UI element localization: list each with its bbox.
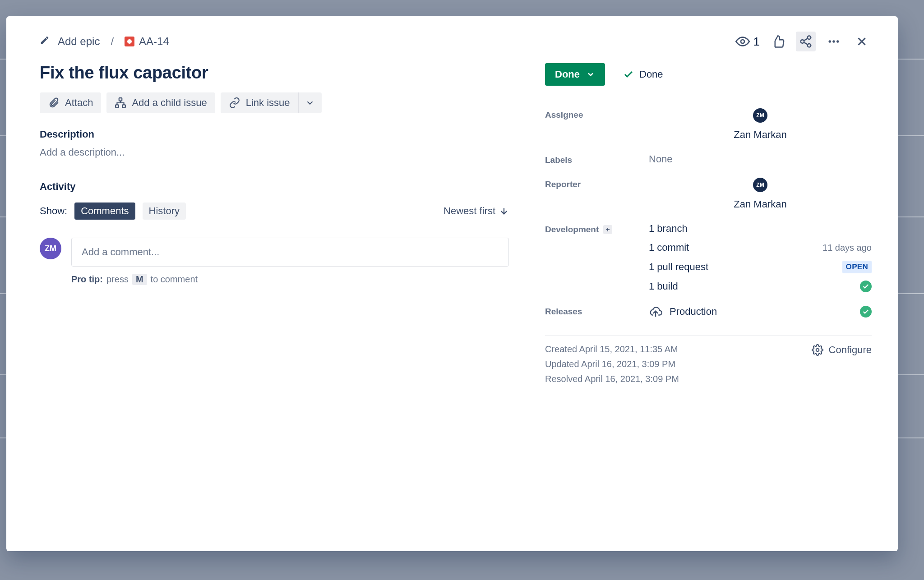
share-button[interactable] (796, 32, 816, 51)
status-value: Done (555, 69, 580, 80)
dev-branch-text: 1 branch (649, 223, 688, 235)
dev-commit-row[interactable]: 1 commit 11 days ago (649, 242, 872, 253)
releases-label: Releases (545, 305, 649, 317)
configure-label: Configure (829, 344, 872, 356)
labels-value: None (649, 153, 872, 165)
link-icon (229, 97, 240, 109)
activity-show-label: Show: (40, 205, 67, 217)
svg-point-4 (829, 40, 832, 43)
chevron-down-icon (305, 98, 315, 108)
activity-sort-button[interactable]: Newest first (444, 205, 509, 217)
breadcrumb-separator: / (108, 35, 116, 48)
attach-label: Attach (65, 97, 93, 109)
dev-commit-time: 11 days ago (822, 243, 872, 253)
reporter-avatar: ZM (753, 178, 767, 192)
breadcrumb-bar: Add epic / AA-14 1 (6, 16, 898, 51)
issue-meta-dates: Created April 15, 2021, 11:35 AM Updated… (545, 344, 679, 384)
reporter-label: Reporter (545, 178, 649, 189)
build-success-icon (860, 281, 872, 292)
check-icon (862, 308, 869, 315)
gear-icon (812, 344, 823, 356)
protip-key: M (132, 274, 147, 285)
svg-rect-9 (123, 105, 126, 108)
check-icon (862, 283, 869, 290)
link-issue-button[interactable]: Link issue (221, 92, 298, 113)
pencil-icon (40, 35, 50, 48)
reporter-field[interactable]: Reporter ZM Zan Markan (545, 171, 872, 216)
issue-key-link[interactable]: AA-14 (125, 35, 169, 48)
comment-input[interactable]: Add a comment... (71, 238, 509, 267)
comment-protip: Pro tip: press M to comment (71, 274, 509, 285)
release-value: Production (670, 306, 717, 318)
add-child-issue-button[interactable]: Add a child issue (106, 92, 215, 113)
development-add-button[interactable] (603, 225, 612, 234)
watchers-button[interactable]: 1 (735, 34, 760, 49)
svg-point-3 (808, 44, 811, 47)
issue-key-text: AA-14 (139, 35, 169, 48)
svg-point-5 (832, 40, 835, 43)
description-heading: Description (40, 129, 509, 140)
svg-rect-7 (119, 98, 122, 101)
dev-pull-request-row[interactable]: 1 pull request OPEN (649, 261, 872, 273)
svg-point-0 (741, 40, 744, 43)
close-button[interactable] (852, 32, 872, 51)
assignee-field[interactable]: Assignee ZM Zan Markan (545, 102, 872, 147)
dev-branch-row[interactable]: 1 branch (649, 223, 872, 235)
labels-field[interactable]: Labels None (545, 147, 872, 171)
release-success-icon (860, 306, 872, 318)
activity-sort-label: Newest first (444, 205, 495, 217)
resolution-indicator: Done (623, 69, 663, 80)
link-issue-dropdown[interactable] (298, 92, 322, 113)
dev-build-text: 1 build (649, 281, 678, 292)
meta-divider (545, 336, 872, 336)
thumbs-up-icon (771, 35, 785, 48)
action-bar: Attach Add a child issue Link issue (40, 92, 509, 113)
releases-field[interactable]: Releases Production (545, 299, 872, 325)
assignee-label: Assignee (545, 108, 649, 120)
arrow-down-icon (499, 206, 509, 216)
share-icon (799, 35, 813, 48)
svg-rect-8 (116, 105, 119, 108)
dev-pr-status-badge: OPEN (842, 261, 872, 273)
issue-detail-modal: Add epic / AA-14 1 (6, 16, 898, 551)
reporter-value: Zan Markan (734, 198, 786, 210)
meta-resolved: Resolved April 16, 2021, 3:09 PM (545, 374, 679, 384)
issue-title[interactable]: Fix the flux capacitor (40, 63, 509, 83)
status-dropdown[interactable]: Done (545, 63, 605, 86)
development-label-text: Development (545, 225, 599, 235)
tab-history[interactable]: History (143, 203, 186, 220)
svg-point-2 (801, 40, 804, 43)
assignee-value: Zan Markan (734, 129, 786, 141)
issue-type-bug-icon (125, 37, 134, 46)
protip-suffix: to comment (151, 274, 198, 285)
svg-point-6 (836, 40, 839, 43)
dev-commit-text: 1 commit (649, 242, 689, 253)
eye-icon (735, 34, 750, 49)
add-child-label: Add a child issue (132, 97, 207, 109)
chevron-down-icon (586, 70, 595, 79)
labels-label: Labels (545, 153, 649, 165)
attach-button[interactable]: Attach (40, 92, 101, 113)
svg-point-10 (816, 349, 819, 352)
vote-button[interactable] (768, 32, 788, 51)
link-issue-label: Link issue (246, 97, 290, 109)
dev-pr-text: 1 pull request (649, 261, 708, 273)
cloud-upload-icon (649, 305, 662, 318)
meta-created: Created April 15, 2021, 11:35 AM (545, 344, 679, 354)
activity-heading: Activity (40, 181, 509, 193)
tab-comments[interactable]: Comments (74, 203, 135, 220)
protip-prefix: press (106, 274, 129, 285)
add-epic-link[interactable]: Add epic (58, 35, 100, 48)
check-icon (623, 69, 634, 80)
configure-button[interactable]: Configure (812, 344, 872, 356)
development-label: Development (545, 223, 649, 235)
resolution-value: Done (639, 69, 663, 80)
plus-icon (605, 226, 611, 233)
close-icon (855, 35, 869, 48)
current-user-avatar: ZM (40, 238, 61, 259)
meta-updated: Updated April 16, 2021, 3:09 PM (545, 359, 679, 369)
more-horizontal-icon (827, 35, 841, 48)
description-input[interactable]: Add a description... (40, 147, 509, 158)
dev-build-row[interactable]: 1 build (649, 281, 872, 292)
more-actions-button[interactable] (824, 32, 844, 51)
